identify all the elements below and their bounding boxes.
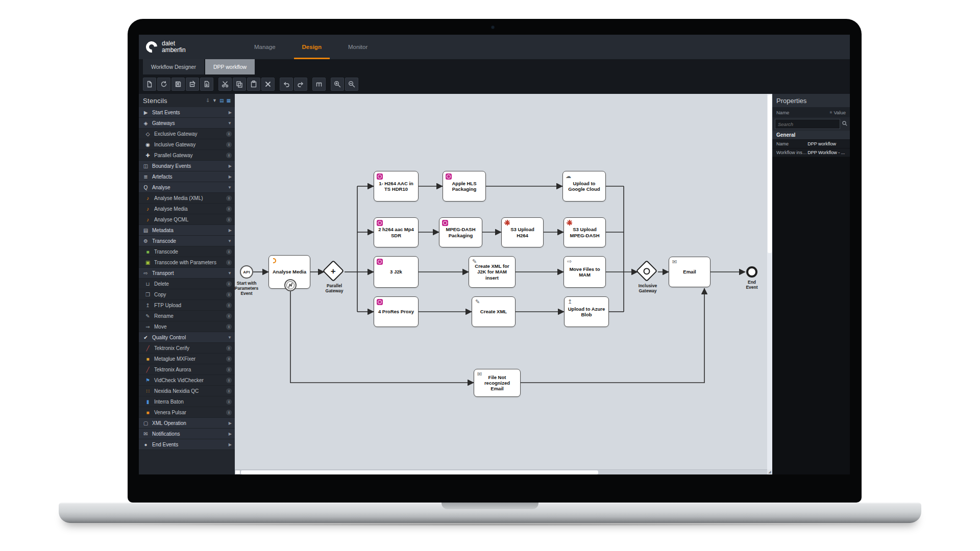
chevron-right-icon[interactable]: ▶ — [229, 421, 232, 425]
stencil-item-artefacts[interactable]: ≣Artefacts▶ — [139, 171, 235, 182]
info-icon[interactable]: i — [226, 153, 232, 158]
open-button[interactable] — [157, 78, 170, 91]
chevron-right-icon[interactable]: ▶ — [229, 164, 232, 168]
stencil-item-tektronix-cerify[interactable]: ╱Tektronix Cerifyi — [139, 343, 235, 354]
copy-button[interactable] — [233, 78, 246, 91]
scrollbar-grip[interactable] — [235, 470, 240, 474]
info-icon[interactable]: i — [226, 249, 232, 255]
delete-button[interactable] — [261, 78, 275, 91]
download-icon[interactable]: ⇩ — [206, 98, 210, 103]
stencil-item-transport[interactable]: ⇨Transport▼ — [139, 268, 235, 279]
chevron-right-icon[interactable]: ▶ — [229, 432, 232, 436]
info-icon[interactable]: i — [226, 388, 232, 394]
node-t2[interactable]: 2 h264 aac Mp4 SDR — [374, 217, 419, 247]
stencil-item-transcode-with-parameters[interactable]: ▣Transcode with Parametersi — [139, 257, 235, 268]
redo-button[interactable] — [294, 78, 307, 91]
tab-dpp-workflow[interactable]: DPP workflow — [205, 59, 255, 74]
stencil-item-venera-pulsar[interactable]: ■Venera Pulsari — [139, 407, 235, 418]
node-google-cloud[interactable]: ☁Upload to Google Cloud — [562, 171, 606, 202]
node-end-event[interactable] — [746, 266, 757, 278]
info-icon[interactable]: i — [226, 292, 232, 297]
stencil-item-interra-baton[interactable]: ▮Interra Batoni — [139, 396, 235, 407]
info-icon[interactable]: i — [226, 324, 232, 330]
property-row-name[interactable]: NameDPP workflow — [772, 140, 850, 148]
stencil-item-rename[interactable]: ✎Renamei — [139, 311, 235, 321]
stencil-item-tektronix-aurora[interactable]: ╱Tektronix Aurorai — [139, 364, 235, 375]
canvas-horizontal-scrollbar[interactable] — [235, 469, 767, 474]
stencil-item-analyse-qcml[interactable]: ♪Analyse QCMLi — [139, 214, 235, 225]
cut-button[interactable] — [218, 78, 232, 91]
stencil-item-transcode[interactable]: ■Transcodei — [139, 246, 235, 257]
stencil-item-end-events[interactable]: ●End Events▶ — [139, 439, 235, 450]
node-create-xml[interactable]: ✎Create XML — [472, 296, 516, 327]
stencil-item-xml-operation[interactable]: ▢XML Operation▶ — [139, 418, 235, 429]
node-file-not-recognized[interactable]: ✉File Not recognized Email — [474, 369, 521, 397]
stencil-item-move[interactable]: ⇒Movei — [139, 321, 235, 332]
chevron-right-icon[interactable]: ▶ — [229, 174, 232, 179]
stencil-item-parallel-gateway[interactable]: ✚Parallel Gatewayi — [139, 150, 235, 161]
node-move-mam[interactable]: ⇨Move Files to MAM — [564, 256, 606, 288]
info-icon[interactable]: i — [226, 217, 232, 222]
vertical-scroll-thumb[interactable] — [768, 95, 772, 253]
info-icon[interactable]: i — [226, 260, 232, 265]
stencil-item-nexidia-nexidia-qc[interactable]: ∷Nexidia Nexidia QCi — [139, 386, 235, 396]
node-s3-h264[interactable]: S3 Upload H264 — [501, 217, 544, 247]
chevron-right-icon[interactable]: ▶ — [229, 228, 232, 233]
stencil-item-metaglue-mxfixer[interactable]: ■Metaglue MXFixeri — [139, 354, 235, 364]
node-boundary-error-boundary-event[interactable] — [284, 279, 297, 291]
info-icon[interactable]: i — [226, 131, 232, 137]
node-apple-hls[interactable]: Apple HLS Packaging — [443, 171, 486, 202]
undo-button[interactable] — [280, 78, 293, 91]
node-gw-inclusive[interactable] — [636, 260, 657, 282]
stencil-item-analyse-media[interactable]: ♪Analyse Mediai — [139, 204, 235, 214]
stencil-item-exclusive-gateway[interactable]: ◇Exclusive Gatewayi — [139, 129, 235, 139]
filter-icon[interactable]: ▼ — [212, 98, 217, 103]
save-as-button[interactable] — [186, 78, 199, 91]
chevron-down-icon[interactable]: ▼ — [228, 239, 232, 243]
stencil-item-copy[interactable]: ❐Copyi — [139, 289, 235, 300]
zoom-in-button[interactable] — [331, 78, 344, 91]
stencil-item-boundary-events[interactable]: ◫Boundary Events▶ — [139, 161, 235, 171]
stencil-item-gateways[interactable]: ◈Gateways▼ — [139, 118, 235, 129]
info-icon[interactable]: i — [226, 303, 232, 308]
stencil-item-transcode[interactable]: ⚙Transcode▼ — [139, 236, 235, 246]
chevron-right-icon[interactable]: ▶ — [229, 442, 232, 447]
canvas-vertical-scrollbar[interactable] — [767, 94, 772, 469]
properties-column-header[interactable]: Name ≡ Value — [772, 107, 850, 117]
node-t1[interactable]: 1- H264 AAC in TS HDR10 — [374, 171, 419, 202]
chevron-right-icon[interactable]: ▶ — [229, 110, 232, 115]
info-icon[interactable]: i — [226, 206, 232, 212]
import-button[interactable] — [200, 78, 213, 91]
nav-item-manage[interactable]: Manage — [241, 35, 289, 59]
node-gw-parallel[interactable]: + — [323, 260, 344, 282]
property-value[interactable]: DPP Workflow - ... — [807, 150, 846, 155]
column-name[interactable]: Name — [776, 110, 830, 115]
zoom-out-button[interactable] — [345, 78, 358, 91]
stencil-item-inclusive-gateway[interactable]: ◉Inclusive Gatewayi — [139, 139, 235, 150]
view-list-icon[interactable]: ▤ — [219, 98, 224, 103]
workflow-canvas[interactable]: APIStart with Parameters EventAnalyse Me… — [235, 94, 772, 474]
column-value[interactable]: Value — [834, 110, 846, 115]
chevron-down-icon[interactable]: ▼ — [228, 335, 232, 340]
stencil-item-analyse[interactable]: QAnalyse▼ — [139, 182, 235, 193]
nav-item-monitor[interactable]: Monitor — [335, 35, 381, 59]
node-start-event[interactable]: API — [240, 265, 253, 279]
stencil-item-start-events[interactable]: ▶Start Events▶ — [139, 107, 235, 118]
stencil-item-delete[interactable]: ⊔Deletei — [139, 279, 235, 289]
sort-icon[interactable]: ≡ — [830, 110, 832, 115]
info-icon[interactable]: i — [226, 410, 232, 415]
property-value[interactable]: DPP workflow — [807, 141, 846, 146]
info-icon[interactable]: i — [226, 367, 232, 372]
info-icon[interactable]: i — [226, 195, 232, 201]
stencil-item-metadata[interactable]: ▤Metadata▶ — [139, 225, 235, 236]
horizontal-scroll-thumb[interactable] — [241, 470, 598, 474]
stencil-item-ftp-upload[interactable]: ↥FTP Uploadi — [139, 300, 235, 311]
stencil-item-analyse-media-xml[interactable]: ♪Analyse Media (XML)i — [139, 193, 235, 204]
chevron-down-icon[interactable]: ▼ — [228, 121, 232, 126]
stencil-item-quality-control[interactable]: ✔Quality Control▼ — [139, 332, 235, 343]
save-button[interactable] — [172, 78, 185, 91]
info-icon[interactable]: i — [226, 281, 232, 287]
stencil-item-vidcheck-vidchecker[interactable]: ⚑VidCheck VidCheckeri — [139, 375, 235, 386]
chevron-down-icon[interactable]: ▼ — [228, 271, 232, 276]
info-icon[interactable]: i — [226, 142, 232, 147]
